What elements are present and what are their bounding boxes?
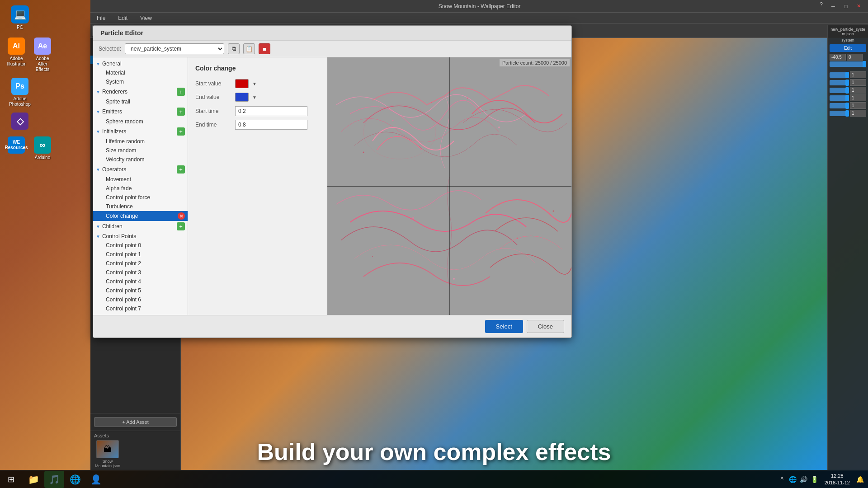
slider-6[interactable] — [830, 111, 849, 116]
tree-item-lifetime-random[interactable]: Lifetime random — [93, 137, 188, 146]
right-input-0[interactable] — [830, 54, 846, 61]
row-6 — [830, 110, 866, 117]
tree-item-cp1[interactable]: Control point 1 — [93, 250, 188, 259]
tree-item-alpha-fade[interactable]: Alpha fade — [93, 184, 188, 193]
tree-item-cp0[interactable]: Control point 0 — [93, 241, 188, 250]
desktop-icon-ai[interactable]: Ai AdobeIllustrator — [4, 36, 29, 74]
renderers-add-button[interactable]: + — [177, 88, 185, 96]
desktop-icon-pc[interactable]: 💻 PC — [4, 4, 36, 32]
right-panel-system-label: system — [830, 38, 866, 42]
tray-notification[interactable]: 🔔 — [855, 475, 864, 484]
slider-5[interactable] — [830, 103, 849, 108]
tray-volume[interactable]: 🔊 — [799, 475, 808, 484]
input-2[interactable] — [850, 79, 866, 86]
taskbar-file-explorer[interactable]: 📁 — [24, 471, 43, 488]
minimize-button[interactable]: ─ — [827, 1, 839, 11]
slider-2[interactable] — [830, 80, 849, 85]
window-controls: ? ─ □ ✕ — [820, 1, 864, 11]
right-edit-button[interactable]: Edit — [830, 44, 866, 52]
slider-1[interactable] — [830, 72, 849, 78]
help-icon[interactable]: ? — [820, 1, 823, 11]
tree-group-emitters[interactable]: ▼ Emitters + — [93, 106, 188, 117]
tree-group-operators[interactable]: ▼ Operators + — [93, 164, 188, 175]
emitters-add-button[interactable]: + — [177, 108, 185, 116]
tray-battery[interactable]: 🔋 — [810, 475, 819, 484]
tree-item-cp6[interactable]: Control point 6 — [93, 295, 188, 304]
desktop-icon-ps-label: AdobePhotoshop — [9, 96, 31, 107]
desktop-icon-arduino[interactable]: ∞ Arduino — [30, 135, 55, 162]
right-slider-0[interactable] — [830, 61, 866, 67]
tray-network[interactable]: 🌐 — [788, 475, 797, 484]
slider-4[interactable] — [830, 95, 849, 101]
children-label: Children — [102, 223, 123, 230]
menu-edit[interactable]: Edit — [115, 14, 130, 22]
tree-group-control-points[interactable]: ▼ Control Points — [93, 232, 188, 241]
close-button[interactable]: ✕ — [853, 1, 864, 11]
desktop-icon-vs[interactable]: ◇ — [4, 111, 36, 133]
tree-item-color-change[interactable]: Color change ✕ — [93, 211, 188, 221]
tree-item-velocity-random[interactable]: Velocity random — [93, 155, 188, 164]
taskbar-app[interactable]: 👤 — [86, 471, 106, 488]
operators-arrow: ▼ — [96, 167, 100, 172]
end-time-input[interactable] — [235, 120, 307, 130]
desktop-icon-arduino-label: Arduino — [35, 155, 50, 160]
tree-group-children[interactable]: ▼ Children + — [93, 221, 188, 232]
add-asset-button[interactable]: + Add Asset — [94, 417, 177, 427]
maximize-button[interactable]: □ — [840, 1, 852, 11]
particle-editor-title: Particle Editor — [93, 26, 571, 41]
desktop-icon-ae[interactable]: Ae AdobeAfter Effects — [30, 36, 55, 74]
tree-item-turbulence[interactable]: Turbulence — [93, 202, 188, 211]
tray-chevron[interactable]: ^ — [778, 475, 787, 484]
tree-item-cp3[interactable]: Control point 3 — [93, 268, 188, 277]
tree-item-system[interactable]: System — [93, 77, 188, 86]
delete-button[interactable]: ■ — [259, 43, 270, 54]
tree-item-cp4[interactable]: Control point 4 — [93, 277, 188, 286]
tree-item-material[interactable]: Material — [93, 68, 188, 77]
initializers-add-button[interactable]: + — [177, 127, 185, 136]
tree-item-cp2[interactable]: Control point 2 — [93, 259, 188, 268]
svg-point-2 — [392, 120, 394, 122]
copy-button[interactable]: ⧉ — [228, 43, 240, 54]
delete-color-change-btn[interactable]: ✕ — [178, 212, 185, 220]
end-color-swatch[interactable] — [235, 93, 249, 102]
paste-button[interactable]: 📋 — [243, 43, 255, 54]
tree-item-cp7[interactable]: Control point 7 — [93, 304, 188, 313]
menu-file[interactable]: File — [94, 14, 108, 22]
input-4[interactable] — [850, 94, 866, 101]
input-3[interactable] — [850, 87, 866, 94]
tree-group-general[interactable]: ▼ General — [93, 59, 188, 68]
start-color-swatch[interactable] — [235, 79, 249, 88]
tree-group-renderers[interactable]: ▼ Renderers + — [93, 86, 188, 97]
start-time-input[interactable] — [235, 106, 307, 116]
children-add-button[interactable]: + — [177, 222, 185, 230]
clock[interactable]: 12:28 2018-11-12 — [821, 473, 854, 486]
tree-item-cp5[interactable]: Control point 5 — [93, 286, 188, 295]
operators-add-button[interactable]: + — [177, 165, 185, 174]
taskbar-spotify[interactable]: 🎵 — [44, 471, 64, 488]
input-5[interactable] — [850, 102, 866, 109]
desktop-icon-we[interactable]: WEResources — [4, 135, 29, 162]
slider-3[interactable] — [830, 88, 849, 93]
desktop-icon-ps[interactable]: Ps AdobePhotoshop — [4, 76, 36, 109]
menu-view[interactable]: View — [137, 14, 155, 22]
end-color-dropdown-arrow[interactable]: ▼ — [252, 95, 257, 100]
tree-item-movement[interactable]: Movement — [93, 175, 188, 184]
close-dialog-button[interactable]: Close — [527, 320, 564, 333]
tree-item-size-random[interactable]: Size random — [93, 146, 188, 155]
general-label: General — [102, 61, 122, 67]
tree-item-sphere-random[interactable]: Sphere random — [93, 117, 188, 126]
input-6[interactable] — [850, 110, 866, 117]
taskbar-chrome[interactable]: 🌐 — [65, 471, 85, 488]
start-button[interactable]: ⊞ — [0, 470, 22, 488]
end-value-row: End value ▼ — [195, 93, 320, 102]
tree-item-control-point-force[interactable]: Control point force — [93, 193, 188, 202]
tree-item-sprite-trail[interactable]: Sprite trail — [93, 97, 188, 106]
particle-system-select[interactable]: new_particle_system — [125, 43, 224, 54]
select-button[interactable]: Select — [485, 320, 523, 333]
input-1[interactable] — [850, 71, 866, 78]
right-input-0b[interactable] — [847, 54, 863, 61]
tree-group-initializers[interactable]: ▼ Initializers + — [93, 126, 188, 137]
renderers-arrow: ▼ — [96, 89, 100, 94]
start-color-dropdown-arrow[interactable]: ▼ — [252, 81, 257, 86]
right-panel-slider-0 — [830, 61, 866, 67]
